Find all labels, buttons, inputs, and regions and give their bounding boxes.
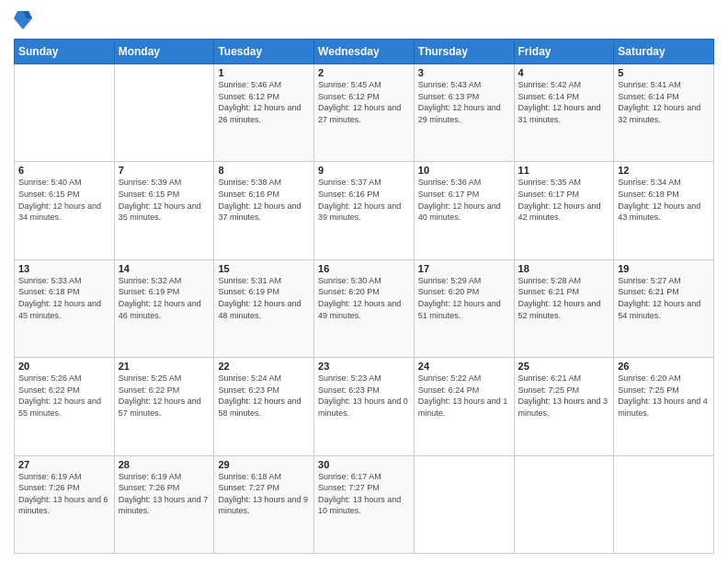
day-detail: Sunrise: 5:36 AMSunset: 6:17 PMDaylight:… <box>418 177 510 223</box>
day-detail: Sunrise: 5:42 AMSunset: 6:14 PMDaylight:… <box>518 79 610 125</box>
header-day: Sunday <box>15 40 115 64</box>
header-day: Monday <box>114 40 214 64</box>
calendar-cell: 11Sunrise: 5:35 AMSunset: 6:17 PMDayligh… <box>514 162 614 259</box>
day-number: 15 <box>218 263 310 274</box>
calendar-cell <box>114 64 214 162</box>
header-day: Saturday <box>614 40 714 64</box>
day-number: 29 <box>218 459 310 470</box>
calendar-body: 1Sunrise: 5:46 AMSunset: 6:12 PMDaylight… <box>15 64 714 554</box>
day-detail: Sunrise: 5:23 AMSunset: 6:23 PMDaylight:… <box>318 373 410 419</box>
calendar-cell: 6Sunrise: 5:40 AMSunset: 6:15 PMDaylight… <box>15 162 115 259</box>
calendar-cell: 30Sunrise: 6:17 AMSunset: 7:27 PMDayligh… <box>314 455 415 553</box>
calendar-cell: 14Sunrise: 5:32 AMSunset: 6:19 PMDayligh… <box>114 259 214 357</box>
calendar-cell: 12Sunrise: 5:34 AMSunset: 6:18 PMDayligh… <box>614 162 714 259</box>
calendar-cell: 8Sunrise: 5:38 AMSunset: 6:16 PMDaylight… <box>214 162 314 259</box>
day-detail: Sunrise: 5:24 AMSunset: 6:23 PMDaylight:… <box>218 373 310 419</box>
calendar-cell: 15Sunrise: 5:31 AMSunset: 6:19 PMDayligh… <box>214 259 314 357</box>
header-row: SundayMondayTuesdayWednesdayThursdayFrid… <box>15 40 714 64</box>
day-number: 17 <box>418 263 510 274</box>
day-number: 10 <box>418 165 510 176</box>
day-number: 28 <box>119 459 210 470</box>
day-detail: Sunrise: 5:46 AMSunset: 6:12 PMDaylight:… <box>218 79 310 125</box>
calendar-cell: 3Sunrise: 5:43 AMSunset: 6:13 PMDaylight… <box>414 64 514 162</box>
calendar-cell: 26Sunrise: 6:20 AMSunset: 7:25 PMDayligh… <box>614 358 714 455</box>
day-detail: Sunrise: 5:37 AMSunset: 6:16 PMDaylight:… <box>318 177 410 223</box>
calendar-cell: 13Sunrise: 5:33 AMSunset: 6:18 PMDayligh… <box>15 259 115 357</box>
calendar-cell: 4Sunrise: 5:42 AMSunset: 6:14 PMDaylight… <box>514 64 614 162</box>
page: SundayMondayTuesdayWednesdayThursdayFrid… <box>0 0 728 563</box>
day-detail: Sunrise: 5:28 AMSunset: 6:21 PMDaylight:… <box>518 275 610 321</box>
day-detail: Sunrise: 5:33 AMSunset: 6:18 PMDaylight:… <box>18 275 110 321</box>
day-number: 19 <box>618 263 710 274</box>
day-detail: Sunrise: 5:40 AMSunset: 6:15 PMDaylight:… <box>18 177 110 223</box>
day-number: 13 <box>18 263 110 274</box>
day-detail: Sunrise: 5:32 AMSunset: 6:19 PMDaylight:… <box>119 275 210 321</box>
calendar-cell: 23Sunrise: 5:23 AMSunset: 6:23 PMDayligh… <box>314 358 415 455</box>
day-detail: Sunrise: 5:30 AMSunset: 6:20 PMDaylight:… <box>318 275 410 321</box>
day-number: 7 <box>119 165 210 176</box>
day-number: 24 <box>418 361 510 372</box>
calendar-cell <box>514 455 614 553</box>
header-day: Tuesday <box>214 40 314 64</box>
day-detail: Sunrise: 5:26 AMSunset: 6:22 PMDaylight:… <box>18 373 110 419</box>
calendar-cell: 17Sunrise: 5:29 AMSunset: 6:20 PMDayligh… <box>414 259 514 357</box>
calendar-cell: 10Sunrise: 5:36 AMSunset: 6:17 PMDayligh… <box>414 162 514 259</box>
calendar-cell: 27Sunrise: 6:19 AMSunset: 7:26 PMDayligh… <box>15 455 115 553</box>
day-number: 25 <box>518 361 610 372</box>
day-number: 3 <box>418 67 510 78</box>
day-detail: Sunrise: 5:29 AMSunset: 6:20 PMDaylight:… <box>418 275 510 321</box>
calendar-cell: 22Sunrise: 5:24 AMSunset: 6:23 PMDayligh… <box>214 358 314 455</box>
calendar-cell: 20Sunrise: 5:26 AMSunset: 6:22 PMDayligh… <box>15 358 115 455</box>
day-number: 27 <box>18 459 110 470</box>
calendar-cell: 2Sunrise: 5:45 AMSunset: 6:12 PMDaylight… <box>314 64 415 162</box>
day-number: 5 <box>618 67 710 78</box>
calendar-cell: 5Sunrise: 5:41 AMSunset: 6:14 PMDaylight… <box>614 64 714 162</box>
header <box>14 9 714 31</box>
calendar-table: SundayMondayTuesdayWednesdayThursdayFrid… <box>14 39 714 554</box>
calendar-cell: 29Sunrise: 6:18 AMSunset: 7:27 PMDayligh… <box>214 455 314 553</box>
calendar-week-row: 6Sunrise: 5:40 AMSunset: 6:15 PMDaylight… <box>15 162 714 259</box>
calendar-cell <box>614 455 714 553</box>
logo <box>14 9 34 31</box>
day-detail: Sunrise: 5:35 AMSunset: 6:17 PMDaylight:… <box>518 177 610 223</box>
calendar-cell: 1Sunrise: 5:46 AMSunset: 6:12 PMDaylight… <box>214 64 314 162</box>
calendar-week-row: 20Sunrise: 5:26 AMSunset: 6:22 PMDayligh… <box>15 358 714 455</box>
day-number: 26 <box>618 361 710 372</box>
day-number: 2 <box>318 67 410 78</box>
calendar-cell: 7Sunrise: 5:39 AMSunset: 6:15 PMDaylight… <box>114 162 214 259</box>
day-number: 30 <box>318 459 410 470</box>
day-detail: Sunrise: 5:31 AMSunset: 6:19 PMDaylight:… <box>218 275 310 321</box>
calendar-cell: 25Sunrise: 6:21 AMSunset: 7:25 PMDayligh… <box>514 358 614 455</box>
day-detail: Sunrise: 5:39 AMSunset: 6:15 PMDaylight:… <box>119 177 210 223</box>
calendar-header: SundayMondayTuesdayWednesdayThursdayFrid… <box>15 40 714 64</box>
calendar-week-row: 1Sunrise: 5:46 AMSunset: 6:12 PMDaylight… <box>15 64 714 162</box>
day-number: 9 <box>318 165 410 176</box>
calendar-cell: 16Sunrise: 5:30 AMSunset: 6:20 PMDayligh… <box>314 259 415 357</box>
day-number: 12 <box>618 165 710 176</box>
day-number: 4 <box>518 67 610 78</box>
calendar-cell: 18Sunrise: 5:28 AMSunset: 6:21 PMDayligh… <box>514 259 614 357</box>
day-detail: Sunrise: 5:41 AMSunset: 6:14 PMDaylight:… <box>618 79 710 125</box>
calendar-cell: 19Sunrise: 5:27 AMSunset: 6:21 PMDayligh… <box>614 259 714 357</box>
calendar-week-row: 27Sunrise: 6:19 AMSunset: 7:26 PMDayligh… <box>15 455 714 553</box>
day-number: 23 <box>318 361 410 372</box>
header-day: Wednesday <box>314 40 415 64</box>
header-day: Thursday <box>414 40 514 64</box>
day-number: 8 <box>218 165 310 176</box>
day-number: 1 <box>218 67 310 78</box>
day-number: 16 <box>318 263 410 274</box>
calendar-week-row: 13Sunrise: 5:33 AMSunset: 6:18 PMDayligh… <box>15 259 714 357</box>
day-detail: Sunrise: 5:45 AMSunset: 6:12 PMDaylight:… <box>318 79 410 125</box>
day-detail: Sunrise: 5:25 AMSunset: 6:22 PMDaylight:… <box>119 373 210 419</box>
day-number: 20 <box>18 361 110 372</box>
day-detail: Sunrise: 6:17 AMSunset: 7:27 PMDaylight:… <box>318 471 410 517</box>
day-number: 6 <box>18 165 110 176</box>
calendar-cell: 21Sunrise: 5:25 AMSunset: 6:22 PMDayligh… <box>114 358 214 455</box>
day-detail: Sunrise: 5:34 AMSunset: 6:18 PMDaylight:… <box>618 177 710 223</box>
calendar-cell <box>414 455 514 553</box>
day-number: 11 <box>518 165 610 176</box>
day-number: 18 <box>518 263 610 274</box>
header-day: Friday <box>514 40 614 64</box>
day-number: 14 <box>119 263 210 274</box>
day-detail: Sunrise: 5:27 AMSunset: 6:21 PMDaylight:… <box>618 275 710 321</box>
